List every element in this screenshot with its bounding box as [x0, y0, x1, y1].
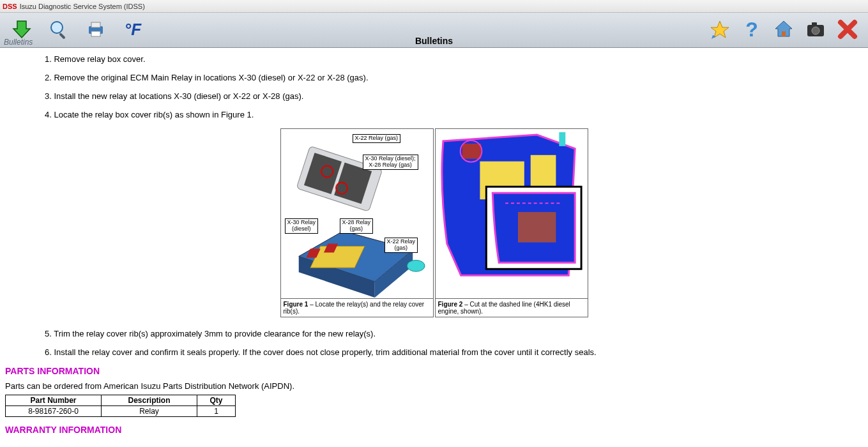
col-part-number: Part Number — [6, 395, 102, 406]
callout-x30-x28-top: X-30 Relay (diesel); X-28 Relay (gas) — [363, 155, 418, 170]
col-qty: Qty — [197, 395, 236, 406]
callout-x30-diesel: X-30 Relay (diesel) — [285, 218, 319, 234]
step-4: 4. Locate the relay box cover rib(s) as … — [45, 110, 863, 119]
cell-qty: 1 — [197, 406, 236, 417]
table-row: 8-98167-260-0 Relay 1 — [6, 406, 236, 417]
figure-1-caption-strong: Figure 1 — [284, 301, 308, 308]
steps-top: 1. Remove relay box cover. 2. Remove the… — [45, 54, 863, 119]
app-title: Isuzu Diagnostic Service System (IDSS) — [20, 3, 145, 10]
step-1: 1. Remove relay box cover. — [45, 54, 863, 64]
callout-x22-gas: X-22 Relay (gas) — [353, 134, 401, 143]
svg-point-0 — [51, 22, 63, 33]
app-prefix: DSS — [3, 3, 17, 10]
figure-2-caption: Figure 2 – Cut at the dashed line (4HK1 … — [436, 298, 588, 317]
svg-point-8 — [812, 27, 819, 34]
figure-2: Figure 2 – Cut at the dashed line (4HK1 … — [435, 128, 588, 317]
section-title: Bulletins — [0, 36, 868, 46]
parts-info-note: Parts can be ordered from American Isuzu… — [5, 381, 863, 391]
warranty-heading: WARRANTY INFORMATION — [5, 425, 863, 435]
figure-1-caption: Figure 1 – Locate the relay(s) and the r… — [281, 298, 433, 317]
figure-1-image: X-22 Relay (gas) X-30 Relay (diesel); X-… — [281, 129, 433, 298]
parts-info-heading: PARTS INFORMATION — [5, 366, 863, 376]
figure-row: X-22 Relay (gas) X-30 Relay (diesel); X-… — [5, 128, 863, 317]
titlebar: DSS Isuzu Diagnostic Service System (IDS… — [0, 0, 868, 13]
svg-rect-26 — [559, 132, 565, 146]
steps-bottom: 5. Trim the relay cover rib(s) approxima… — [45, 329, 863, 357]
table-header-row: Part Number Description Qty — [6, 395, 236, 406]
step-3: 3. Install the new relay at locations X-… — [45, 91, 863, 101]
step-6: 6. Install the relay cover and confirm i… — [45, 347, 863, 357]
step-2: 2. Remove the original ECM Main Relay in… — [45, 73, 863, 82]
svg-rect-3 — [91, 22, 100, 27]
toolbar: °F ? — [0, 13, 868, 48]
callout-x28-gas: X-28 Relay (gas) — [340, 218, 374, 234]
step-5: 5. Trim the relay cover rib(s) approxima… — [45, 329, 863, 338]
figure-2-image — [436, 129, 588, 298]
svg-rect-24 — [517, 212, 556, 243]
figure-1: X-22 Relay (gas) X-30 Relay (diesel); X-… — [280, 128, 434, 317]
figure-2-caption-strong: Figure 2 — [438, 301, 463, 308]
cell-desc: Relay — [102, 406, 197, 417]
col-description: Description — [102, 395, 197, 406]
cell-pn: 8-98167-260-0 — [6, 406, 102, 417]
svg-point-18 — [407, 260, 425, 271]
bulletin-content[interactable]: 1. Remove relay box cover. 2. Remove the… — [0, 48, 868, 444]
callout-x22-gas-bottom: X-22 Relay (gas) — [385, 238, 418, 253]
svg-rect-9 — [812, 22, 817, 26]
svg-rect-21 — [462, 144, 481, 159]
parts-table: Part Number Description Qty 8-98167-260-… — [5, 395, 236, 417]
